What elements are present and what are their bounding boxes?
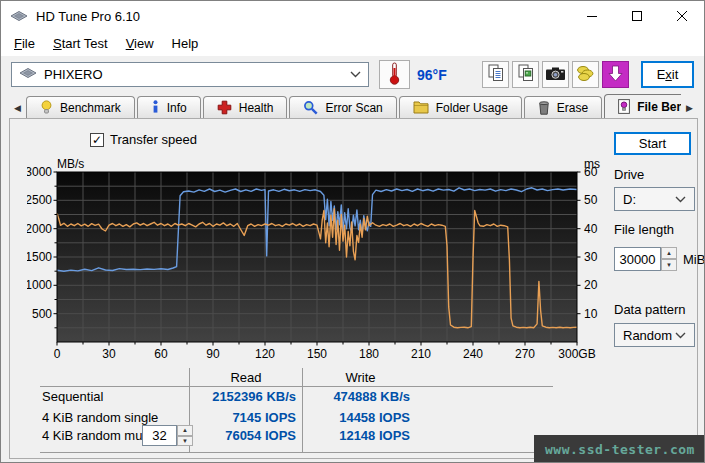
transfer-speed-checkbox[interactable]: ✓: [90, 133, 104, 147]
read-value-4-kib-random-multi: 76054 IOPS: [191, 428, 296, 443]
drive-value: D:: [623, 192, 636, 207]
minimize-button[interactable]: [569, 1, 614, 31]
svg-text:10: 10: [584, 307, 598, 321]
tab-info[interactable]: Info: [137, 96, 201, 118]
tab-scroll-right-icon[interactable]: ▶: [681, 97, 698, 118]
svg-text:30: 30: [584, 250, 598, 264]
tab-health[interactable]: Health: [203, 96, 288, 118]
chart-svg: 5001000150020002500300003060901201501802…: [27, 157, 602, 362]
menu-item-file[interactable]: File: [5, 33, 44, 54]
copy-image-button[interactable]: [512, 61, 539, 88]
write-value-sequential: 474888 KB/s: [304, 389, 410, 404]
svg-text:60: 60: [154, 347, 168, 361]
svg-text:2000: 2000: [27, 222, 52, 236]
save-results-button[interactable]: [602, 61, 629, 88]
file-length-input[interactable]: 30000: [614, 247, 661, 271]
svg-text:270: 270: [515, 347, 535, 361]
tab-label: Benchmark: [60, 101, 121, 115]
tab-folder-usage[interactable]: Folder Usage: [399, 96, 522, 118]
svg-text:1500: 1500: [27, 250, 52, 264]
row-label-4-kib-random-multi: 4 KiB random multi: [42, 428, 152, 443]
menu-bar: FileStart TestViewHelp: [1, 31, 704, 56]
title-bar: HD Tune Pro 6.10: [1, 1, 704, 31]
start-button[interactable]: Start: [614, 132, 691, 155]
svg-text:1000: 1000: [27, 278, 52, 292]
tab-label: Info: [167, 101, 187, 115]
svg-text:30: 30: [102, 347, 116, 361]
tab-error-scan[interactable]: Error Scan: [289, 96, 396, 118]
tab-label: Error Scan: [325, 101, 382, 115]
temperature-button[interactable]: [379, 60, 410, 89]
svg-text:300GB: 300GB: [558, 347, 595, 361]
trash-icon: [538, 100, 550, 115]
tab-label: File Benchm...: [637, 100, 681, 114]
chevron-down-icon: [350, 71, 361, 78]
data-pattern-label: Data pattern: [614, 302, 686, 317]
table-bottom-rule: [40, 452, 553, 453]
write-value-4-kib-random-single: 14458 IOPS: [304, 410, 410, 425]
magnifier-icon: [303, 100, 318, 115]
queue-depth-input[interactable]: 32: [142, 425, 177, 446]
data-pattern-value: Random: [623, 328, 672, 343]
file-benchmark-panel: ✓ Transfer speed Start 50010001500200025…: [9, 118, 698, 459]
svg-text:120: 120: [255, 347, 275, 361]
tab-erase[interactable]: Erase: [524, 96, 602, 118]
table-header-rule: [40, 386, 553, 387]
svg-text:3000: 3000: [27, 165, 52, 179]
transfer-speed-label: Transfer speed: [110, 132, 197, 147]
menu-item-help[interactable]: Help: [163, 33, 208, 54]
donate-button[interactable]: [572, 61, 599, 88]
svg-text:2500: 2500: [27, 193, 52, 207]
thermometer-icon: [388, 61, 401, 88]
copy-text-button[interactable]: [482, 61, 509, 88]
tab-file-benchm[interactable]: File Benchm...: [604, 94, 681, 118]
info-icon: [151, 100, 160, 115]
file-length-label: File length: [614, 222, 674, 237]
menu-item-start-test[interactable]: Start Test: [44, 33, 117, 54]
drive-selector-combobox[interactable]: PHIXERO: [11, 62, 369, 87]
svg-text:40: 40: [584, 222, 598, 236]
svg-text:500: 500: [32, 307, 52, 321]
svg-text:MB/s: MB/s: [57, 157, 84, 171]
coins-icon: [575, 64, 596, 86]
row-label-4-kib-random-single: 4 KiB random single: [42, 410, 158, 425]
svg-text:20: 20: [584, 278, 598, 292]
screenshot-button[interactable]: [542, 61, 569, 88]
tab-label: Health: [239, 101, 274, 115]
drive-selector-value: PHIXERO: [44, 67, 103, 82]
svg-text:ms: ms: [584, 157, 600, 171]
disk-icon: [19, 66, 37, 83]
chevron-down-icon: [675, 332, 686, 339]
tab-bar: ◀ BenchmarkInfoHealthError ScanFolder Us…: [9, 94, 698, 118]
svg-text:0: 0: [54, 347, 61, 361]
tab-scroll-left-icon[interactable]: ◀: [9, 97, 26, 118]
svg-text:150: 150: [307, 347, 327, 361]
tab-benchmark[interactable]: Benchmark: [26, 96, 135, 118]
close-button[interactable]: [659, 1, 704, 31]
drive-combobox[interactable]: D:: [614, 187, 695, 211]
menu-item-view[interactable]: View: [117, 33, 163, 54]
file-length-unit: MiB: [683, 252, 705, 267]
file-benchmark-icon: [618, 99, 630, 114]
camera-icon: [545, 65, 566, 85]
window-title: HD Tune Pro 6.10: [36, 9, 140, 24]
data-pattern-combobox[interactable]: Random: [614, 323, 695, 347]
tab-label: Folder Usage: [436, 101, 508, 115]
copy-image-icon: [516, 63, 536, 86]
row-label-sequential: Sequential: [42, 389, 103, 404]
bulb-icon: [40, 100, 53, 115]
svg-text:50: 50: [584, 193, 598, 207]
svg-text:90: 90: [206, 347, 220, 361]
file-length-spin-down[interactable]: ▼: [661, 259, 677, 271]
tab-label: Erase: [557, 101, 588, 115]
temperature-value: 96°F: [417, 67, 447, 83]
chevron-down-icon: [675, 196, 686, 203]
read-value-4-kib-random-single: 7145 IOPS: [191, 410, 296, 425]
write-value-4-kib-random-multi: 12148 IOPS: [304, 428, 410, 443]
maximize-button[interactable]: [614, 1, 659, 31]
exit-button[interactable]: Exit: [641, 61, 694, 88]
read-value-sequential: 2152396 KB/s: [191, 389, 296, 404]
file-length-spin-up[interactable]: ▲: [661, 247, 677, 259]
folder-icon: [413, 101, 429, 114]
benchmark-chart: 5001000150020002500300003060901201501802…: [27, 157, 602, 365]
